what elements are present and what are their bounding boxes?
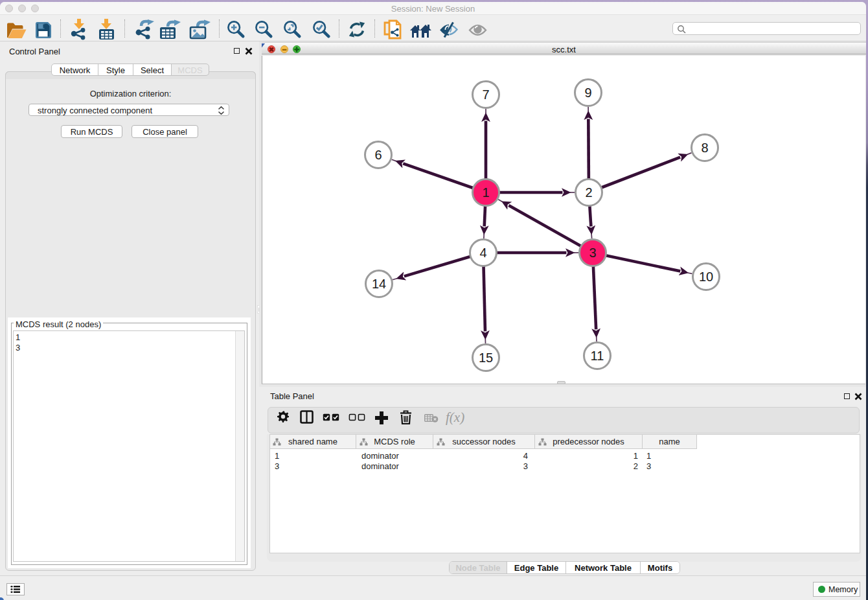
svg-text:7: 7 xyxy=(482,87,489,102)
svg-text:10: 10 xyxy=(699,270,713,284)
svg-text:15: 15 xyxy=(479,351,493,365)
svg-text:9: 9 xyxy=(584,86,591,100)
svg-text:6: 6 xyxy=(374,148,382,162)
svg-text:11: 11 xyxy=(591,349,604,363)
svg-text:8: 8 xyxy=(701,141,708,155)
svg-text:2: 2 xyxy=(585,185,592,200)
svg-text:4: 4 xyxy=(479,246,486,260)
svg-text:14: 14 xyxy=(372,277,386,291)
svg-text:3: 3 xyxy=(589,246,596,260)
svg-text:1: 1 xyxy=(482,185,489,200)
